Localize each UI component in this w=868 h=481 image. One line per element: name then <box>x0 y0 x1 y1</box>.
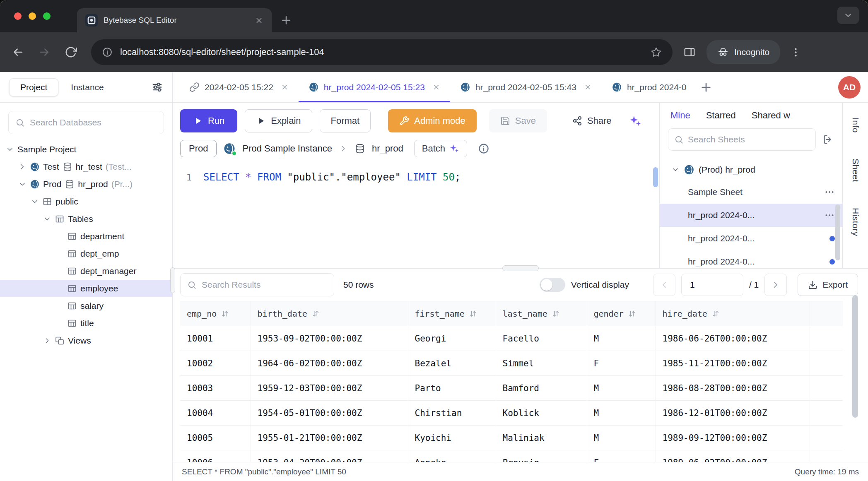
save-button[interactable]: Save <box>489 109 547 132</box>
table-row[interactable]: 100041954-05-01T00:00:00ZChirstianKoblic… <box>180 401 843 426</box>
format-button[interactable]: Format <box>320 109 371 132</box>
tree-item-department[interactable]: department <box>0 228 172 245</box>
table-row[interactable]: 100021964-06-02T00:00:00ZBezalelSimmelF1… <box>180 351 843 376</box>
column-header-gender[interactable]: gender <box>587 301 656 326</box>
sheet-tab-2024-02-05-15-22[interactable]: 2024-02-05 15:22 <box>179 72 299 102</box>
sort-icon[interactable] <box>221 310 229 318</box>
database-name[interactable]: hr_prod <box>372 143 403 154</box>
editor-scrollbar-thumb[interactable] <box>653 167 658 187</box>
tab-search-button[interactable] <box>837 7 859 24</box>
sheet-more-menu-icon[interactable] <box>824 210 835 221</box>
page-number-input[interactable] <box>681 274 743 296</box>
sql-editor[interactable]: 1 SELECT * FROM "public"."employee" LIMI… <box>173 163 659 268</box>
chevron-right-icon[interactable] <box>43 337 51 345</box>
panel-resize-handle[interactable] <box>502 265 539 271</box>
sort-icon[interactable] <box>552 310 560 318</box>
sheet-item-sample-sheet[interactable]: Sample Sheet <box>660 180 842 204</box>
close-sheet-icon[interactable] <box>432 83 440 91</box>
sheet-group[interactable]: (Prod) hr_prod <box>660 159 842 180</box>
new-tab-button[interactable] <box>280 14 292 26</box>
tree-item-public[interactable]: public <box>0 193 172 210</box>
sheet-item-hr-prod-2024-0[interactable]: hr_prod 2024-0... <box>660 227 842 250</box>
tab-instance[interactable]: Instance <box>71 82 104 92</box>
collapse-panel-icon[interactable] <box>822 134 834 145</box>
tab-shared[interactable]: Shared w <box>752 110 790 121</box>
sheet-list-scrollbar[interactable] <box>835 204 840 260</box>
browser-tab[interactable]: Bytebase SQL Editor <box>77 8 272 32</box>
filter-settings-icon[interactable] <box>151 81 163 93</box>
reload-button[interactable] <box>65 46 77 58</box>
tree-item-prod[interactable]: Prodhr_prod(Pr...) <box>0 176 172 193</box>
tree-item-sample-project[interactable]: Sample Project <box>0 141 172 158</box>
table-row[interactable]: 100061953-04-20T00:00:00ZAnnekePreusigF1… <box>180 450 843 462</box>
sort-icon[interactable] <box>311 310 320 318</box>
sheet-tab-hr-prod-2024-0[interactable]: hr_prod 2024-0 <box>602 72 697 102</box>
table-row[interactable]: 100051955-01-21T00:00:00ZKyoichiMaliniak… <box>180 426 843 450</box>
sidebar-resize-handle[interactable] <box>170 267 175 293</box>
sheet-tab-hr-prod-2024-02-05-15-43[interactable]: hr_prod 2024-02-05 15:43 <box>450 72 602 102</box>
add-sheet-button[interactable] <box>699 81 713 94</box>
tree-item-views[interactable]: Views <box>0 332 172 349</box>
site-info-icon[interactable] <box>102 47 113 58</box>
column-header-last-name[interactable]: last_name <box>496 301 587 326</box>
next-page-button[interactable] <box>764 274 787 296</box>
user-avatar[interactable]: AD <box>838 76 861 99</box>
sort-icon[interactable] <box>469 310 477 318</box>
prev-page-button[interactable] <box>653 274 675 296</box>
sheet-tab-hr-prod-2024-02-05-15-23[interactable]: hr_prod 2024-02-05 15:23 <box>299 72 450 102</box>
tree-item-salary[interactable]: salary <box>0 297 172 315</box>
close-tab-icon[interactable] <box>255 16 263 25</box>
chevron-right-icon[interactable] <box>18 163 27 171</box>
close-window-button[interactable] <box>14 12 22 20</box>
results-scrollbar[interactable] <box>852 295 858 418</box>
tab-starred[interactable]: Starred <box>706 110 736 121</box>
share-button[interactable]: Share <box>561 109 623 132</box>
run-button[interactable]: Run <box>180 109 237 132</box>
chevron-down-icon[interactable] <box>31 197 39 206</box>
column-header-birth-date[interactable]: birth_date <box>251 301 408 326</box>
tab-mine[interactable]: Mine <box>670 110 690 121</box>
tree-item-test[interactable]: Testhr_test(Test... <box>0 158 172 176</box>
instance-name[interactable]: Prod Sample Instance <box>242 143 332 154</box>
close-sheet-icon[interactable] <box>584 83 592 91</box>
fullscreen-window-button[interactable] <box>43 12 51 20</box>
explain-button[interactable]: Explain <box>245 109 312 132</box>
chevron-down-icon[interactable] <box>6 145 14 154</box>
results-search-input[interactable] <box>202 280 327 290</box>
tree-item-employee[interactable]: employee <box>0 280 172 297</box>
strip-tab-info[interactable]: Info <box>851 118 861 133</box>
forward-button[interactable] <box>38 46 51 58</box>
vertical-display-toggle[interactable] <box>540 278 565 292</box>
sheet-search-input[interactable] <box>688 135 810 144</box>
tree-item-title[interactable]: title <box>0 315 172 332</box>
sheet-item-hr-prod-2024-0[interactable]: hr_prod 2024-0... <box>660 250 842 268</box>
admin-mode-button[interactable]: Admin mode <box>388 109 477 132</box>
column-header-emp-no[interactable]: emp_no <box>180 301 251 326</box>
bookmark-star-icon[interactable] <box>651 47 662 58</box>
info-icon[interactable] <box>478 143 489 154</box>
database-search-input[interactable] <box>30 118 157 127</box>
sort-icon[interactable] <box>711 310 720 318</box>
column-header-first-name[interactable]: first_name <box>408 301 496 326</box>
ai-assistant-button[interactable] <box>625 109 645 132</box>
chevron-down-icon[interactable] <box>43 215 51 223</box>
table-row[interactable]: 100011953-09-02T00:00:00ZGeorgiFacelloM1… <box>180 326 843 351</box>
close-sheet-icon[interactable] <box>281 83 289 91</box>
chevron-down-icon[interactable] <box>18 180 27 188</box>
column-header-hire-date[interactable]: hire_date <box>656 301 810 326</box>
tree-item-dept-manager[interactable]: dept_manager <box>0 262 172 280</box>
strip-tab-history[interactable]: History <box>851 208 861 236</box>
sort-icon[interactable] <box>628 310 636 318</box>
side-panel-icon[interactable] <box>683 46 696 58</box>
address-bar[interactable]: localhost:8080/sql-editor/sheet/project-… <box>91 39 673 65</box>
minimize-window-button[interactable] <box>29 12 36 20</box>
browser-menu-icon[interactable] <box>790 47 801 58</box>
batch-button[interactable]: Batch <box>414 140 467 157</box>
table-row[interactable]: 100031959-12-03T00:00:00ZPartoBamfordM19… <box>180 376 843 401</box>
sheet-item-hr-prod-2024-0[interactable]: hr_prod 2024-0... <box>660 204 842 227</box>
strip-tab-sheet[interactable]: Sheet <box>851 159 861 182</box>
back-button[interactable] <box>12 46 24 58</box>
tree-item-tables[interactable]: Tables <box>0 210 172 228</box>
sheet-more-menu-icon[interactable] <box>824 187 835 197</box>
tab-project[interactable]: Project <box>9 78 58 96</box>
